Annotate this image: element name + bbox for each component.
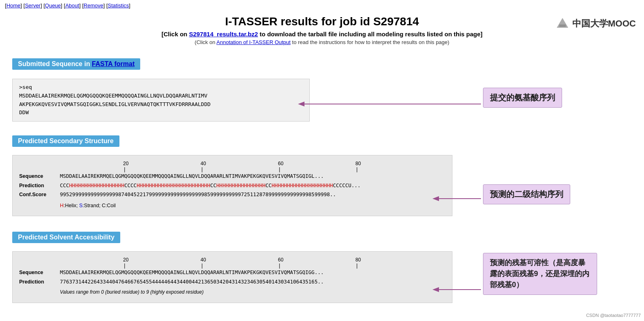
annotation-submitted-seq: 提交的氨基酸序列 — [483, 88, 562, 108]
conf-score-val: 9952999999999999999874045221799999999999… — [60, 190, 336, 199]
page-title: I-TASSER results for job id S297814 — [8, 15, 636, 28]
sequence-val-solvent: MSDDAELAAIREKRMQELQGMQGQQQKQEEMMQQQQAING… — [60, 268, 324, 277]
legend-line: H:Helix; S:Strand; C:Coil — [60, 201, 446, 210]
sequence-box: >seq MSDDAELAAIREKRMQELQGMQGQQQKQEEMMQQQ… — [12, 79, 310, 122]
nav-statistics[interactable]: Statistics — [108, 2, 129, 9]
mooc-logo: 中国大学MOOC — [555, 16, 636, 31]
ruler-row-secondary: 20 | 40 | 60 | 80 | — [19, 159, 446, 171]
annotation-link[interactable]: Annotation of I-TASSER Output — [216, 39, 291, 45]
page-header: I-TASSER results for job id S297814 [Cli… — [0, 11, 644, 47]
solvent-accessibility-header: Predicted Solvent Accessibility — [12, 232, 120, 243]
secondary-structure-section: Predicted Secondary Structure 20 | 40 | … — [0, 131, 644, 221]
nav-about[interactable]: About — [65, 2, 79, 9]
seq-line3: DDW — [19, 108, 303, 117]
mooc-logo-icon — [555, 16, 570, 31]
arrow-solvent-accessibility — [432, 286, 485, 294]
nav-server[interactable]: Server — [25, 2, 40, 9]
values-range-line: Values range from 0 (buried residue) to … — [60, 288, 446, 297]
conf-score-row: Conf.Score 99529999999999999998740452217… — [19, 190, 446, 199]
prediction-row-secondary: Prediction CCCHHHHHHHHHHHHHHHHHHCCCCHHHH… — [19, 181, 446, 190]
sequence-val-secondary: MSDDAELAAIREKRMQELQGMQGQQQKQEEMMQQQQAING… — [60, 172, 324, 181]
secondary-structure-header: Predicted Secondary Structure — [12, 135, 119, 147]
arrow-submitted-seq — [298, 98, 485, 110]
top-navigation: [Home] [Server] [Queue] [About] [Remove]… — [0, 0, 644, 11]
sequence-row-secondary: Sequence MSDDAELAAIREKRMQELQGMQGQQQKQEEM… — [19, 172, 446, 181]
annotation-secondary-structure: 预测的二级结构序列 — [483, 184, 570, 204]
nav-home[interactable]: Home — [7, 2, 21, 9]
download-line: [Click on S297814_results.tar.bz2 to dow… — [8, 31, 636, 38]
annotation-line: (Click on Annotation of I-TASSER Output … — [8, 39, 636, 45]
svg-rect-1 — [559, 24, 566, 27]
annotation-solvent-accessibility: 预测的残基可溶性（是高度暴露的表面残基9，还是深埋的内部残基0） — [483, 253, 597, 295]
seq-label: >seq — [19, 83, 303, 92]
ruler-row-solvent: 20 | 40 | 60 | 80 | — [19, 256, 446, 267]
seq-line2: AKPEKGKQVESVIVQMATSGQIGGKLSENDLIGLVERVNA… — [19, 100, 303, 109]
solvent-accessibility-box: 20 | 40 | 60 | 80 | Sequence MSDDAELAAIR… — [12, 251, 452, 303]
submitted-seq-header-label: Submitted Sequence in FASTA format — [12, 58, 140, 70]
csdn-watermark: CSDN @taotaotao7777777 — [586, 313, 641, 318]
mooc-label: 中国大学MOOC — [572, 18, 636, 30]
submitted-seq-header: Submitted Sequence in FASTA format — [12, 58, 632, 74]
nav-queue[interactable]: Queue — [45, 2, 61, 9]
fasta-link[interactable]: FASTA format — [92, 60, 135, 67]
secondary-structure-box: 20 | 40 | 60 | 80 | Sequence MSDDAELAAIR… — [12, 155, 452, 216]
download-link[interactable]: S297814_results.tar.bz2 — [189, 31, 258, 38]
nav-remove[interactable]: Remove — [84, 2, 103, 9]
sequence-row-solvent: Sequence MSDDAELAAIREKRMQELQGMQGQQQKQEEM… — [19, 268, 446, 277]
prediction-row-solvent: Prediction 77637314422643344047646676545… — [19, 277, 446, 287]
seq-line1: MSDDAELAAIREKRMQELQGMQGQQQKQEEMMQQQQAING… — [19, 92, 303, 100]
prediction-val-secondary: CCCHHHHHHHHHHHHHHHHHHCCCCHHHHHHHHHHHHHHH… — [60, 181, 361, 190]
arrow-secondary-structure — [432, 195, 485, 203]
prediction-val-solvent: 7763731442264334404764667654554444464434… — [60, 277, 324, 287]
